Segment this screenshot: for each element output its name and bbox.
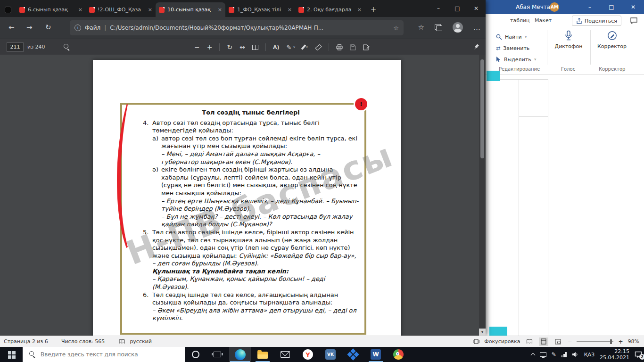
language-indicator[interactable]: ҚАЗ: [584, 352, 594, 358]
close-button[interactable]: ✕: [467, 0, 486, 17]
browser-tab[interactable]: 6-сынып қазақ ×: [16, 2, 86, 17]
minimize-button[interactable]: –: [579, 0, 601, 14]
tab-layout[interactable]: Макет: [535, 17, 552, 24]
taskbar-word-button[interactable]: W: [365, 347, 387, 362]
item-text: екіге бөлінген төл сөздің бірінші жартыс…: [161, 166, 357, 197]
zoom-out-button[interactable]: −: [567, 338, 572, 345]
highlighted-table-cell[interactable]: [487, 71, 500, 81]
browser-tab[interactable]: !2-ОШ_ФО_Қаза ×: [86, 2, 156, 17]
taskbar-edge-button[interactable]: [229, 347, 251, 362]
language-indicator[interactable]: русский: [130, 338, 152, 345]
zoom-out-button[interactable]: −: [194, 43, 200, 51]
pdf-file-icon: [19, 7, 25, 13]
page-indicator[interactable]: Страница 2 из 6: [4, 338, 48, 345]
account-avatar[interactable]: АМ: [550, 2, 559, 12]
task-view-button[interactable]: [206, 347, 228, 362]
search-icon[interactable]: [63, 43, 70, 50]
action-center-button[interactable]: 2: [635, 351, 642, 358]
focus-mode-icon[interactable]: [473, 339, 479, 344]
edge-window: 6-сынып қазақ × !2-ОШ_ФО_Қаза × 10-сынып…: [0, 0, 486, 336]
close-button[interactable]: ✕: [622, 0, 644, 14]
taskbar-explorer-button[interactable]: [252, 347, 273, 362]
add-favorite-icon[interactable]: ☆: [393, 25, 399, 32]
scrollbar[interactable]: ▾: [479, 55, 486, 336]
scrollbar-thumb[interactable]: [480, 59, 484, 158]
print-button[interactable]: [336, 44, 343, 50]
save-as-button[interactable]: [363, 44, 370, 50]
tab-close-icon[interactable]: ×: [357, 7, 362, 13]
print-layout-button[interactable]: [539, 337, 548, 346]
tab-close-icon[interactable]: ×: [218, 7, 222, 13]
word-count[interactable]: Число слов: 565: [61, 338, 105, 345]
back-button[interactable]: ←: [8, 23, 15, 32]
editor-button[interactable]: Корректор: [595, 30, 629, 49]
tab-close-icon[interactable]: ×: [148, 7, 152, 13]
display-icon[interactable]: [540, 352, 546, 357]
cortana-button[interactable]: [185, 347, 206, 362]
replace-button[interactable]: ⇄ Заменить: [496, 43, 529, 53]
clock[interactable]: 22:15 25.04.2021: [600, 348, 629, 361]
comments-icon[interactable]: [630, 17, 637, 24]
tab-table-tools[interactable]: таблиц: [510, 17, 530, 24]
word-document-canvas[interactable]: [486, 74, 644, 336]
save-button[interactable]: [350, 44, 356, 50]
collections-icon[interactable]: [435, 24, 442, 31]
focus-mode-label[interactable]: Фокусировка: [484, 338, 520, 345]
profile-avatar[interactable]: [453, 22, 463, 33]
start-button[interactable]: [0, 347, 23, 362]
site-info-icon[interactable]: i: [74, 25, 81, 31]
zoom-in-button[interactable]: +: [207, 43, 213, 51]
highlighted-table-cell[interactable]: [489, 327, 507, 336]
new-tab-button[interactable]: +: [367, 3, 380, 16]
pinned-tab[interactable]: [0, 2, 16, 17]
erase-button[interactable]: [315, 46, 322, 49]
fit-width-button[interactable]: ↔: [239, 43, 245, 51]
tab-close-icon[interactable]: ×: [288, 7, 292, 13]
volume-icon[interactable]: [572, 352, 579, 357]
taskbar-dropbox-button[interactable]: [342, 347, 364, 362]
taskbar-search-input[interactable]: [23, 347, 185, 362]
find-button[interactable]: Найти ∨: [496, 32, 527, 41]
dictate-button[interactable]: Диктофон: [552, 30, 586, 49]
pdf-viewport[interactable]: Н-ПВ баспасы ! Төл сөздің тыныс белгілер…: [0, 55, 479, 336]
taskbar-chrome-button[interactable]: [388, 347, 409, 362]
network-icon[interactable]: [561, 352, 567, 357]
settings-more-icon[interactable]: …: [473, 23, 481, 32]
pin-toolbar-button[interactable]: [473, 43, 480, 50]
item-number: 4.: [143, 119, 152, 135]
minimize-button[interactable]: –: [429, 0, 448, 17]
browser-tab[interactable]: 2. Оқу бағдарла ×: [295, 2, 365, 17]
taskbar-yandex-button[interactable]: Y: [297, 347, 319, 362]
favorites-icon[interactable]: ☆: [418, 23, 424, 32]
read-aloud-button[interactable]: A): [273, 44, 280, 50]
hidden-icons-button[interactable]: [530, 353, 535, 358]
zoom-slider[interactable]: [577, 341, 613, 342]
browser-tab[interactable]: 1_ФО_Қазақ тілі ×: [225, 2, 295, 17]
proofing-status-icon[interactable]: [119, 339, 125, 344]
maximize-button[interactable]: □: [601, 0, 622, 14]
maximize-button[interactable]: □: [448, 0, 467, 17]
share-button[interactable]: Поделиться: [572, 16, 621, 26]
highlight-button[interactable]: ∨: [303, 44, 308, 50]
taskbar-mail-button[interactable]: [274, 347, 296, 362]
tab-close-icon[interactable]: ×: [78, 7, 83, 13]
taskbar-vk-button[interactable]: VK: [320, 347, 341, 362]
read-mode-button[interactable]: [525, 337, 534, 346]
forward-button[interactable]: →: [26, 23, 33, 32]
rotate-button[interactable]: ↻: [227, 43, 232, 51]
web-layout-button[interactable]: [553, 337, 562, 346]
draw-button[interactable]: ✎ ∨: [286, 44, 295, 51]
page-view-button[interactable]: [252, 45, 258, 50]
refresh-button[interactable]: ↻: [45, 23, 51, 32]
address-bar[interactable]: i Файл | C:/Users/admin/Documents/Новый%…: [70, 20, 404, 35]
select-button[interactable]: Выделить ∨: [496, 55, 537, 64]
zoom-in-button[interactable]: +: [618, 338, 623, 345]
pen-icon[interactable]: ✎: [552, 351, 556, 358]
page-number-input[interactable]: [7, 42, 24, 52]
scroll-down-button[interactable]: ▾: [479, 329, 486, 336]
document-icon: [5, 7, 11, 13]
replace-icon: ⇄: [496, 45, 500, 51]
zoom-level[interactable]: 98%: [628, 338, 639, 345]
browser-tab-active[interactable]: 10-сынып қазақ ×: [156, 2, 225, 17]
zoom-slider-thumb[interactable]: [610, 339, 612, 344]
